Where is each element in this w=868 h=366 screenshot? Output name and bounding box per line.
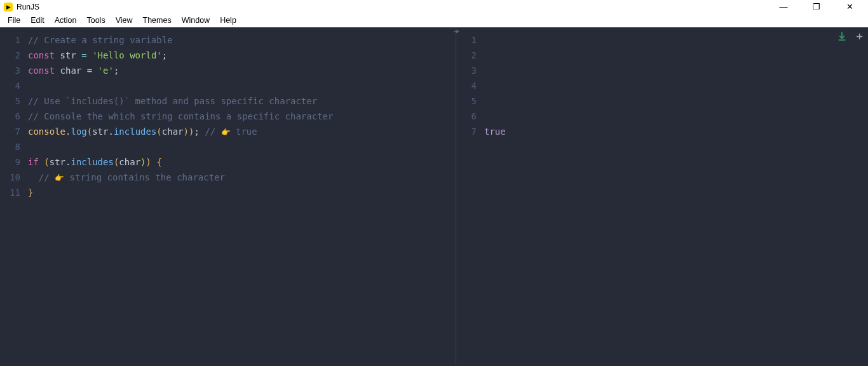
code-line[interactable]: // Console the which string contains a s… — [28, 109, 456, 124]
line-number: 5 — [0, 93, 27, 109]
main-split: ◀▶ 1234567891011 // Create a string vari… — [0, 27, 868, 366]
titlebar: ▶ RunJS — ❐ ✕ — [0, 0, 868, 14]
output-line — [484, 78, 868, 93]
line-number: 9 — [0, 154, 27, 170]
menu-help[interactable]: Help — [215, 15, 241, 26]
minimize-button[interactable]: — — [774, 3, 793, 11]
line-number: 6 — [0, 109, 27, 124]
output-line — [484, 109, 868, 124]
line-number: 7 — [456, 124, 483, 139]
output-gutter: 1234567 — [456, 27, 483, 366]
line-number: 10 — [0, 170, 27, 185]
app-title: RunJS — [17, 3, 39, 11]
output-line — [484, 48, 868, 63]
line-number: 6 — [456, 109, 483, 124]
code-line[interactable]: const str = 'Hello world'; — [28, 48, 456, 63]
line-number: 3 — [456, 63, 483, 78]
menu-window[interactable]: Window — [177, 15, 215, 26]
menu-tools[interactable]: Tools — [81, 15, 110, 26]
line-number: 8 — [0, 139, 27, 154]
code-line[interactable]: // 👉 string contains the character — [28, 170, 456, 185]
line-number: 1 — [456, 32, 483, 48]
code-line[interactable]: console.log(str.includes(char)); // 👉 tr… — [28, 124, 456, 139]
line-number: 2 — [456, 48, 483, 63]
line-number: 1 — [0, 32, 27, 48]
menubar: File Edit Action Tools View Themes Windo… — [0, 14, 868, 27]
maximize-button[interactable]: ❐ — [807, 3, 826, 11]
line-number: 4 — [456, 78, 483, 93]
app-icon: ▶ — [4, 3, 13, 11]
code-line[interactable]: // Use `includes()` method and pass spec… — [28, 93, 456, 109]
line-number: 2 — [0, 48, 27, 63]
menu-file[interactable]: File — [3, 15, 25, 26]
output-line — [484, 32, 868, 48]
line-number: 3 — [0, 63, 27, 78]
line-number: 11 — [0, 185, 27, 200]
line-number: 4 — [0, 78, 27, 93]
output-line — [484, 63, 868, 78]
menu-themes[interactable]: Themes — [138, 15, 177, 26]
output-body: true — [483, 27, 868, 366]
menu-action[interactable]: Action — [50, 15, 82, 26]
menu-edit[interactable]: Edit — [25, 15, 50, 26]
menu-view[interactable]: View — [111, 15, 138, 26]
editor-gutter: 1234567891011 — [0, 27, 27, 366]
line-number: 5 — [456, 93, 483, 109]
new-tab-icon[interactable]: + — [856, 31, 863, 43]
code-line[interactable] — [28, 139, 456, 154]
close-button[interactable]: ✕ — [840, 3, 859, 11]
line-number: 7 — [0, 124, 27, 139]
code-line[interactable] — [28, 78, 456, 93]
code-line[interactable]: const char = 'e'; — [28, 63, 456, 78]
window-controls: — ❐ ✕ — [774, 3, 864, 11]
editor-pane[interactable]: 1234567891011 // Create a string variabl… — [0, 27, 456, 366]
code-line[interactable]: } — [28, 185, 456, 200]
code-line[interactable]: // Create a string variable — [28, 32, 456, 48]
output-pane: 1234567 true + — [456, 27, 868, 366]
editor-code[interactable]: // Create a string variableconst str = '… — [27, 27, 456, 366]
output-line: true — [484, 124, 868, 139]
code-line[interactable]: if (str.includes(char)) { — [28, 154, 456, 170]
output-toolbar: + — [837, 31, 863, 43]
download-icon[interactable] — [837, 31, 847, 43]
output-line — [484, 93, 868, 109]
